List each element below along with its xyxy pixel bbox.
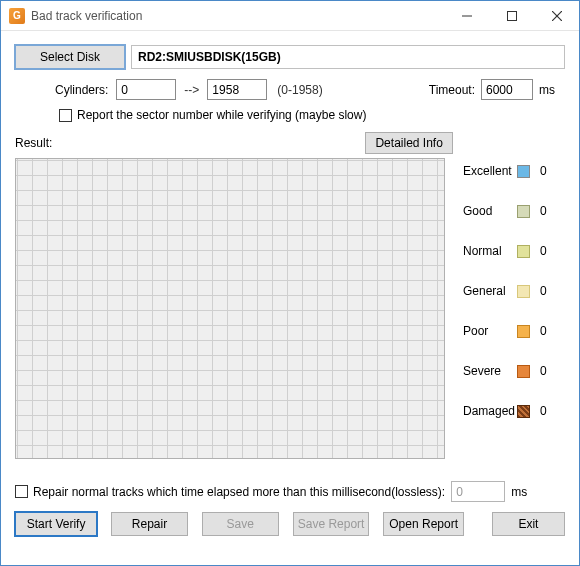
legend-swatch-poor — [517, 325, 530, 338]
cylinders-from-input[interactable] — [116, 79, 176, 100]
cylinders-arrow: --> — [184, 83, 199, 97]
minimize-button[interactable] — [444, 1, 489, 31]
close-button[interactable] — [534, 1, 579, 31]
legend-row-severe: Severe0 — [463, 364, 565, 378]
app-icon: G — [9, 8, 25, 24]
window-title: Bad track verification — [31, 9, 142, 23]
legend-row-poor: Poor0 — [463, 324, 565, 338]
select-disk-button[interactable]: Select Disk — [15, 45, 125, 69]
repair-button[interactable]: Repair — [111, 512, 188, 536]
legend-swatch-normal — [517, 245, 530, 258]
exit-button[interactable]: Exit — [492, 512, 565, 536]
cylinders-to-input[interactable] — [207, 79, 267, 100]
legend-count: 0 — [540, 244, 547, 258]
legend-row-good: Good0 — [463, 204, 565, 218]
timeout-unit: ms — [539, 83, 555, 97]
repair-threshold-label: Repair normal tracks which time elapsed … — [33, 485, 445, 499]
repair-threshold-input — [451, 481, 505, 502]
legend: Excellent0Good0Normal0General0Poor0Sever… — [445, 158, 565, 459]
title-bar: G Bad track verification — [1, 1, 579, 31]
repair-threshold-checkbox[interactable] — [15, 485, 28, 498]
legend-count: 0 — [540, 164, 547, 178]
legend-name: Good — [463, 204, 517, 218]
report-sector-checkbox[interactable] — [59, 109, 72, 122]
legend-count: 0 — [540, 404, 547, 418]
legend-name: Severe — [463, 364, 517, 378]
result-label: Result: — [15, 136, 52, 150]
start-verify-button[interactable]: Start Verify — [15, 512, 97, 536]
repair-threshold-unit: ms — [511, 485, 527, 499]
legend-row-general: General0 — [463, 284, 565, 298]
maximize-button[interactable] — [489, 1, 534, 31]
svg-rect-1 — [507, 11, 516, 20]
legend-row-excellent: Excellent0 — [463, 164, 565, 178]
timeout-input[interactable] — [481, 79, 533, 100]
legend-name: Poor — [463, 324, 517, 338]
legend-name: Damaged — [463, 404, 517, 418]
legend-swatch-general — [517, 285, 530, 298]
legend-count: 0 — [540, 204, 547, 218]
timeout-label: Timeout: — [429, 83, 475, 97]
legend-name: Normal — [463, 244, 517, 258]
legend-count: 0 — [540, 324, 547, 338]
legend-swatch-good — [517, 205, 530, 218]
result-grid — [15, 158, 445, 459]
detailed-info-button[interactable]: Detailed Info — [365, 132, 453, 154]
legend-row-normal: Normal0 — [463, 244, 565, 258]
selected-disk-field: RD2:SMIUSBDISK(15GB) — [131, 45, 565, 69]
legend-count: 0 — [540, 284, 547, 298]
save-button: Save — [202, 512, 279, 536]
legend-swatch-damaged — [517, 405, 530, 418]
legend-name: General — [463, 284, 517, 298]
save-report-button: Save Report — [293, 512, 370, 536]
legend-name: Excellent — [463, 164, 517, 178]
legend-count: 0 — [540, 364, 547, 378]
cylinders-range: (0-1958) — [277, 83, 322, 97]
legend-swatch-severe — [517, 365, 530, 378]
legend-swatch-excellent — [517, 165, 530, 178]
open-report-button[interactable]: Open Report — [383, 512, 463, 536]
cylinders-label: Cylinders: — [55, 83, 108, 97]
legend-row-damaged: Damaged0 — [463, 404, 565, 418]
report-sector-label: Report the sector number while verifying… — [77, 108, 366, 122]
